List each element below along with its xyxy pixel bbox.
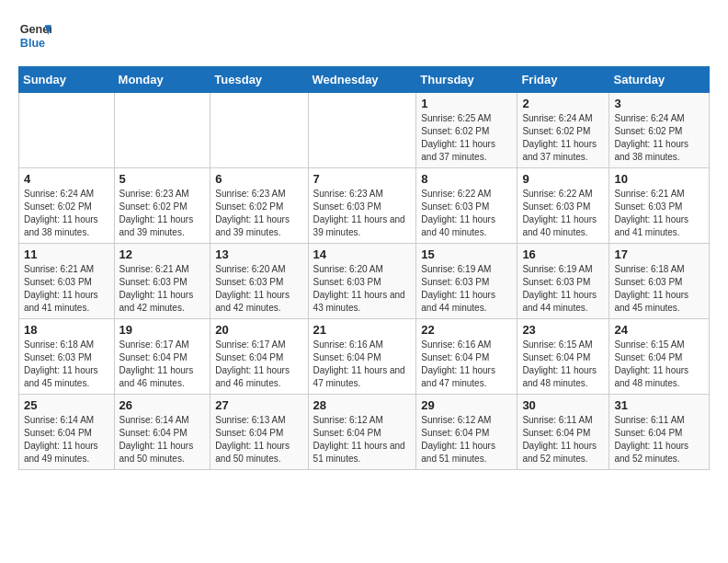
day-info: Sunrise: 6:22 AMSunset: 6:03 PMDaylight:…	[421, 188, 512, 239]
calendar-cell: 13Sunrise: 6:20 AMSunset: 6:03 PMDayligh…	[210, 244, 308, 319]
day-number: 21	[313, 323, 412, 337]
day-info: Sunrise: 6:19 AMSunset: 6:03 PMDaylight:…	[421, 263, 512, 315]
day-info: Sunrise: 6:12 AMSunset: 6:04 PMDaylight:…	[421, 414, 512, 465]
day-info: Sunrise: 6:18 AMSunset: 6:03 PMDaylight:…	[614, 263, 704, 315]
day-info: Sunrise: 6:13 AMSunset: 6:04 PMDaylight:…	[215, 414, 302, 465]
weekday-header-wednesday: Wednesday	[308, 67, 416, 93]
day-info: Sunrise: 6:16 AMSunset: 6:04 PMDaylight:…	[421, 339, 512, 390]
day-info: Sunrise: 6:16 AMSunset: 6:04 PMDaylight:…	[313, 339, 412, 390]
weekday-header-monday: Monday	[114, 67, 210, 93]
calendar-cell	[114, 93, 210, 168]
calendar-cell: 3Sunrise: 6:24 AMSunset: 6:02 PMDaylight…	[609, 93, 710, 168]
calendar-cell: 11Sunrise: 6:21 AMSunset: 6:03 PMDayligh…	[19, 244, 115, 319]
calendar-cell: 26Sunrise: 6:14 AMSunset: 6:04 PMDayligh…	[114, 395, 210, 470]
day-info: Sunrise: 6:11 AMSunset: 6:04 PMDaylight:…	[522, 414, 604, 465]
day-number: 15	[421, 247, 512, 261]
day-number: 13	[215, 247, 302, 261]
calendar-cell: 27Sunrise: 6:13 AMSunset: 6:04 PMDayligh…	[210, 395, 308, 470]
calendar-cell: 9Sunrise: 6:22 AMSunset: 6:03 PMDaylight…	[518, 168, 609, 244]
logo-icon: General Blue	[18, 18, 51, 52]
calendar-cell: 25Sunrise: 6:14 AMSunset: 6:04 PMDayligh…	[19, 395, 115, 470]
day-number: 5	[119, 172, 206, 186]
day-number: 22	[421, 323, 512, 337]
day-number: 2	[522, 97, 604, 110]
calendar-cell: 31Sunrise: 6:11 AMSunset: 6:04 PMDayligh…	[609, 395, 710, 470]
calendar-cell: 10Sunrise: 6:21 AMSunset: 6:03 PMDayligh…	[609, 168, 710, 244]
day-info: Sunrise: 6:21 AMSunset: 6:03 PMDaylight:…	[119, 263, 206, 315]
day-number: 28	[313, 398, 412, 412]
calendar-cell: 14Sunrise: 6:20 AMSunset: 6:03 PMDayligh…	[308, 244, 416, 319]
day-number: 12	[119, 247, 206, 261]
day-number: 11	[24, 247, 109, 261]
day-number: 10	[614, 172, 704, 186]
calendar-cell: 19Sunrise: 6:17 AMSunset: 6:04 PMDayligh…	[114, 319, 210, 395]
calendar-cell: 4Sunrise: 6:24 AMSunset: 6:02 PMDaylight…	[19, 168, 115, 244]
calendar-cell: 29Sunrise: 6:12 AMSunset: 6:04 PMDayligh…	[416, 395, 518, 470]
day-info: Sunrise: 6:23 AMSunset: 6:03 PMDaylight:…	[313, 188, 412, 239]
day-info: Sunrise: 6:20 AMSunset: 6:03 PMDaylight:…	[313, 263, 412, 315]
day-info: Sunrise: 6:24 AMSunset: 6:02 PMDaylight:…	[614, 112, 704, 164]
calendar-cell: 23Sunrise: 6:15 AMSunset: 6:04 PMDayligh…	[518, 319, 609, 395]
calendar-cell: 22Sunrise: 6:16 AMSunset: 6:04 PMDayligh…	[416, 319, 518, 395]
day-number: 9	[522, 172, 604, 186]
weekday-header-saturday: Saturday	[609, 67, 710, 93]
calendar-cell: 5Sunrise: 6:23 AMSunset: 6:02 PMDaylight…	[114, 168, 210, 244]
day-number: 6	[215, 172, 302, 186]
calendar-cell	[308, 93, 416, 168]
calendar-cell: 16Sunrise: 6:19 AMSunset: 6:03 PMDayligh…	[518, 244, 609, 319]
day-number: 16	[522, 247, 604, 261]
day-info: Sunrise: 6:18 AMSunset: 6:03 PMDaylight:…	[24, 339, 109, 390]
calendar-cell: 24Sunrise: 6:15 AMSunset: 6:04 PMDayligh…	[609, 319, 710, 395]
day-number: 29	[421, 398, 512, 412]
day-info: Sunrise: 6:11 AMSunset: 6:04 PMDaylight:…	[614, 414, 704, 465]
day-number: 27	[215, 398, 302, 412]
day-info: Sunrise: 6:17 AMSunset: 6:04 PMDaylight:…	[215, 339, 302, 390]
calendar-cell: 28Sunrise: 6:12 AMSunset: 6:04 PMDayligh…	[308, 395, 416, 470]
calendar-cell: 12Sunrise: 6:21 AMSunset: 6:03 PMDayligh…	[114, 244, 210, 319]
day-number: 24	[614, 323, 704, 337]
day-number: 25	[24, 398, 109, 412]
day-number: 26	[119, 398, 206, 412]
calendar-table: SundayMondayTuesdayWednesdayThursdayFrid…	[18, 66, 710, 470]
calendar-cell: 8Sunrise: 6:22 AMSunset: 6:03 PMDaylight…	[416, 168, 518, 244]
day-number: 19	[119, 323, 206, 337]
day-number: 1	[421, 97, 512, 110]
day-number: 30	[522, 398, 604, 412]
day-info: Sunrise: 6:24 AMSunset: 6:02 PMDaylight:…	[522, 112, 604, 164]
calendar-cell: 2Sunrise: 6:24 AMSunset: 6:02 PMDaylight…	[518, 93, 609, 168]
day-info: Sunrise: 6:12 AMSunset: 6:04 PMDaylight:…	[313, 414, 412, 465]
header: General Blue	[18, 18, 710, 52]
day-number: 20	[215, 323, 302, 337]
day-info: Sunrise: 6:14 AMSunset: 6:04 PMDaylight:…	[119, 414, 206, 465]
logo: General Blue	[18, 18, 51, 52]
day-info: Sunrise: 6:14 AMSunset: 6:04 PMDaylight:…	[24, 414, 109, 465]
day-number: 18	[24, 323, 109, 337]
calendar-cell: 21Sunrise: 6:16 AMSunset: 6:04 PMDayligh…	[308, 319, 416, 395]
day-info: Sunrise: 6:21 AMSunset: 6:03 PMDaylight:…	[24, 263, 109, 315]
day-number: 7	[313, 172, 412, 186]
day-info: Sunrise: 6:17 AMSunset: 6:04 PMDaylight:…	[119, 339, 206, 390]
day-info: Sunrise: 6:23 AMSunset: 6:02 PMDaylight:…	[215, 188, 302, 239]
day-number: 23	[522, 323, 604, 337]
calendar-cell: 17Sunrise: 6:18 AMSunset: 6:03 PMDayligh…	[609, 244, 710, 319]
day-number: 3	[614, 97, 704, 110]
day-info: Sunrise: 6:25 AMSunset: 6:02 PMDaylight:…	[421, 112, 512, 164]
calendar-cell	[19, 93, 115, 168]
day-number: 17	[614, 247, 704, 261]
day-info: Sunrise: 6:20 AMSunset: 6:03 PMDaylight:…	[215, 263, 302, 315]
calendar-cell: 15Sunrise: 6:19 AMSunset: 6:03 PMDayligh…	[416, 244, 518, 319]
calendar-cell: 7Sunrise: 6:23 AMSunset: 6:03 PMDaylight…	[308, 168, 416, 244]
weekday-header-sunday: Sunday	[19, 67, 115, 93]
weekday-header-friday: Friday	[518, 67, 609, 93]
day-info: Sunrise: 6:21 AMSunset: 6:03 PMDaylight:…	[614, 188, 704, 239]
svg-text:Blue: Blue	[20, 37, 45, 50]
day-info: Sunrise: 6:24 AMSunset: 6:02 PMDaylight:…	[24, 188, 109, 239]
calendar-cell	[210, 93, 308, 168]
day-number: 14	[313, 247, 412, 261]
calendar-cell: 30Sunrise: 6:11 AMSunset: 6:04 PMDayligh…	[518, 395, 609, 470]
day-number: 4	[24, 172, 109, 186]
weekday-header-tuesday: Tuesday	[210, 67, 308, 93]
calendar-cell: 20Sunrise: 6:17 AMSunset: 6:04 PMDayligh…	[210, 319, 308, 395]
calendar-cell: 1Sunrise: 6:25 AMSunset: 6:02 PMDaylight…	[416, 93, 518, 168]
day-number: 8	[421, 172, 512, 186]
